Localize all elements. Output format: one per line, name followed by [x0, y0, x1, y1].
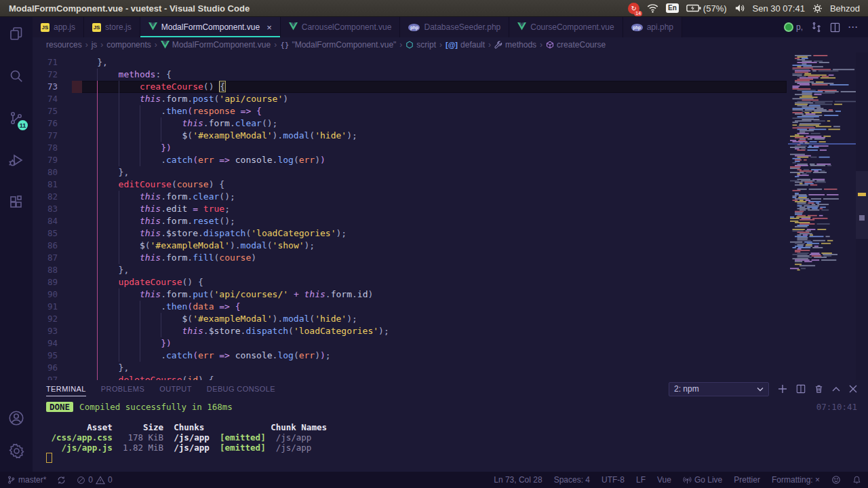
- line-number[interactable]: 83: [33, 203, 72, 215]
- line-number[interactable]: 78: [33, 142, 72, 154]
- minimap[interactable]: [788, 52, 856, 324]
- line-number[interactable]: 88: [33, 264, 72, 276]
- panel-tab-problems[interactable]: PROBLEMS: [101, 382, 144, 396]
- tab-api.php[interactable]: phpapi.php: [623, 17, 682, 37]
- breadcrumb-item-components[interactable]: components: [106, 40, 151, 50]
- kill-terminal-icon[interactable]: [814, 384, 823, 394]
- maximize-panel-icon[interactable]: [832, 386, 840, 392]
- line-number[interactable]: 77: [33, 130, 72, 142]
- code-line-92[interactable]: 92 $('#exampleModal').modal('hide');: [33, 313, 787, 325]
- line-number[interactable]: 85: [33, 227, 72, 240]
- session-gear-icon[interactable]: [812, 3, 823, 14]
- code-line-75[interactable]: 75 .then(response => {: [33, 105, 787, 117]
- line-number[interactable]: 72: [33, 69, 72, 81]
- status-item-go-live[interactable]: Go Live: [683, 475, 722, 485]
- keyboard-layout-indicator[interactable]: En: [666, 3, 679, 13]
- panel-tab-output[interactable]: OUTPUT: [159, 382, 192, 396]
- close-icon[interactable]: ×: [267, 22, 272, 33]
- code-line-97[interactable]: 97 deleteCourse(id) {: [33, 374, 787, 380]
- breadcrumb-item-script[interactable]: script: [406, 40, 436, 50]
- problems-item[interactable]: 0 0: [77, 475, 112, 485]
- split-terminal-icon[interactable]: [796, 384, 806, 394]
- line-number[interactable]: 96: [33, 362, 72, 374]
- line-number[interactable]: 89: [33, 276, 72, 288]
- clock[interactable]: Sen 30 07:41: [753, 3, 805, 14]
- line-number[interactable]: 71: [33, 56, 72, 69]
- line-number[interactable]: 95: [33, 350, 72, 362]
- breadcrumb-item-methods[interactable]: methods: [494, 40, 536, 50]
- breadcrumb-item-ModalFormComponentvue[interactable]: {}"ModalFormComponent.vue": [280, 40, 396, 50]
- sync-icon[interactable]: [57, 476, 66, 485]
- code-line-90[interactable]: 90 this.form.put('api/courses/' + this.f…: [33, 288, 787, 301]
- line-number[interactable]: 90: [33, 288, 72, 301]
- status-item-lf[interactable]: LF: [636, 475, 646, 485]
- line-number[interactable]: 91: [33, 301, 72, 313]
- line-number[interactable]: 76: [33, 117, 72, 130]
- terminal-output[interactable]: 07:10:41 DONECompiled successfully in 16…: [33, 398, 868, 463]
- npm-extension-icon[interactable]: [784, 22, 793, 32]
- line-number[interactable]: 84: [33, 215, 72, 227]
- wifi-icon[interactable]: [647, 3, 658, 13]
- session-user[interactable]: Behzod: [830, 3, 860, 14]
- line-number[interactable]: 73: [33, 81, 72, 93]
- split-editor-icon[interactable]: [830, 22, 840, 33]
- line-number[interactable]: 86: [33, 240, 72, 252]
- editor-scrollbar[interactable]: [856, 52, 868, 380]
- line-number[interactable]: 87: [33, 252, 72, 264]
- code-line-85[interactable]: 85 this.$store.dispatch('loadCategories'…: [33, 227, 787, 240]
- line-number[interactable]: 92: [33, 313, 72, 325]
- breadcrumb-item-js[interactable]: js: [92, 40, 98, 50]
- volume-icon[interactable]: [734, 3, 745, 13]
- status-bell-icon[interactable]: [852, 475, 861, 485]
- line-number[interactable]: 81: [33, 179, 72, 191]
- run-debug-icon[interactable]: [0, 145, 33, 176]
- line-number[interactable]: 79: [33, 154, 72, 166]
- code-lines[interactable]: 71 },72 methods: {73 createCourse() {74 …: [33, 56, 787, 380]
- code-line-95[interactable]: 95 .catch(err => console.log(err));: [33, 350, 787, 362]
- code-line-87[interactable]: 87 this.form.fill(course): [33, 252, 787, 264]
- search-icon[interactable]: [0, 60, 33, 92]
- status-item-utf-8[interactable]: UTF-8: [601, 475, 625, 485]
- code-line-89[interactable]: 89 updateCourse() {: [33, 276, 787, 288]
- tab-CarouselComponent.vue[interactable]: CarouselComponent.vue: [281, 17, 401, 37]
- battery-icon[interactable]: (57%): [686, 3, 727, 14]
- code-line-80[interactable]: 80 },: [33, 166, 787, 179]
- code-line-93[interactable]: 93 this.$store.dispatch('loadCategories'…: [33, 325, 787, 337]
- git-branch-item[interactable]: master*: [7, 475, 46, 485]
- account-icon[interactable]: [0, 402, 33, 434]
- code-line-76[interactable]: 76 this.form.clear();: [33, 117, 787, 130]
- terminal-picker[interactable]: 2: npm: [669, 382, 769, 396]
- code-line-91[interactable]: 91 .then(data => {: [33, 301, 787, 313]
- breadcrumb-item-ModalFormComponentvue[interactable]: ModalFormComponent.vue: [161, 40, 271, 50]
- code-line-82[interactable]: 82 this.form.clear();: [33, 191, 787, 203]
- status-item-spaces-4[interactable]: Spaces: 4: [554, 475, 590, 485]
- code-line-71[interactable]: 71 },: [33, 56, 787, 69]
- code-line-96[interactable]: 96 },: [33, 362, 787, 374]
- tab-DatabaseSeeder.php[interactable]: phpDatabaseSeeder.php: [400, 17, 509, 37]
- line-number[interactable]: 82: [33, 191, 72, 203]
- code-line-77[interactable]: 77 $('#exampleModal').modal('hide');: [33, 130, 787, 142]
- code-line-78[interactable]: 78 }): [33, 142, 787, 154]
- explorer-icon[interactable]: [0, 18, 33, 50]
- code-line-83[interactable]: 83 this.edit = true;: [33, 203, 787, 215]
- code-line-86[interactable]: 86 $('#exampleModal').modal('show');: [33, 240, 787, 252]
- updates-notification-icon[interactable]: ↻ 14: [628, 3, 639, 14]
- line-number[interactable]: 74: [33, 93, 72, 105]
- breadcrumb-item-default[interactable]: [@]default: [446, 40, 485, 50]
- settings-gear-icon[interactable]: [0, 435, 33, 466]
- panel-tab-terminal[interactable]: TERMINAL: [46, 382, 86, 396]
- source-control-icon[interactable]: 11: [0, 102, 33, 134]
- status-item-prettier[interactable]: Prettier: [734, 475, 760, 485]
- line-number[interactable]: 93: [33, 325, 72, 337]
- scrollbar-slider[interactable]: [856, 171, 868, 239]
- code-line-73[interactable]: 73 createCourse() {: [33, 81, 787, 93]
- more-actions-icon[interactable]: ···: [848, 22, 859, 32]
- line-number[interactable]: 75: [33, 105, 72, 117]
- open-changes-icon[interactable]: [811, 22, 822, 33]
- code-line-94[interactable]: 94 }): [33, 337, 787, 350]
- code-editor[interactable]: 71 },72 methods: {73 createCourse() {74 …: [33, 52, 868, 380]
- tab-store.js[interactable]: JSstore.js: [84, 17, 140, 37]
- new-terminal-icon[interactable]: [778, 384, 787, 394]
- code-line-79[interactable]: 79 .catch(err => console.log(err)): [33, 154, 787, 166]
- line-number[interactable]: 80: [33, 166, 72, 179]
